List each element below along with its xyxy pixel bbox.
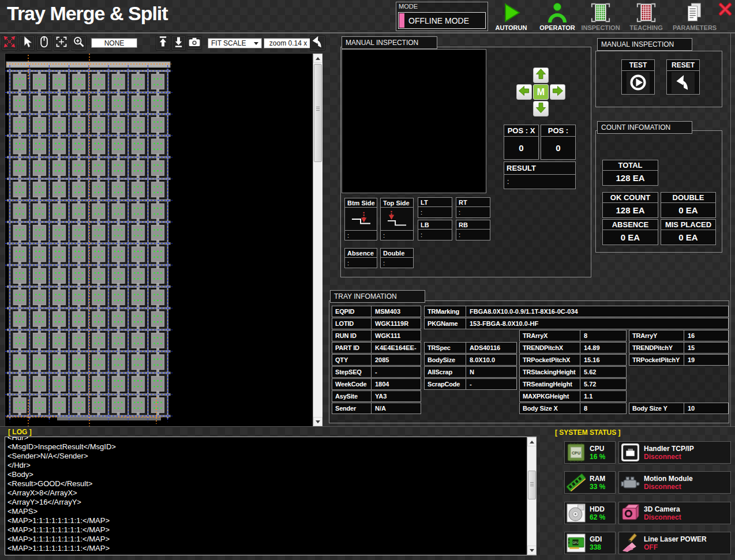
tray-info-value: 15.16 xyxy=(580,355,626,365)
tray-info-value: - xyxy=(372,367,421,377)
mode-value-box: OFFLINE MODE xyxy=(398,12,486,29)
jog-left-button[interactable] xyxy=(516,84,532,100)
tray-info-row: TRMarkingFBGA8.0X10.0-0.9/1.1T-8X16-0C-0… xyxy=(424,306,729,317)
jog-down-button[interactable] xyxy=(533,101,549,116)
jog-right-button[interactable] xyxy=(550,84,565,100)
absence-count-label: ABSENCE xyxy=(602,219,658,230)
log-line: <Sender>N/A</Sender> xyxy=(7,452,524,461)
log-line: <MAP>1:1:1:1:1:1:1:1:</MAP> xyxy=(7,525,524,535)
status-tile-motion-module: Motion ModuleDisconnect xyxy=(618,471,731,494)
scroll-down-arrow[interactable] xyxy=(313,417,322,426)
tray-info-row: TRArryX8 xyxy=(519,330,627,341)
arrow-down-icon xyxy=(172,36,185,50)
tray-info-key: TRPocketPitchY xyxy=(629,355,684,365)
tray-info-row: BodySize8.0X10.0 xyxy=(424,354,517,366)
tray-info-key: PKGName xyxy=(425,318,466,329)
close-button[interactable] xyxy=(717,1,733,17)
camera3d-icon xyxy=(620,503,640,523)
tray-info-key: TRArryX xyxy=(520,330,580,341)
select-tool-button[interactable] xyxy=(19,35,35,51)
tray-info-row: TRSeatingHeight5.72 xyxy=(519,378,627,390)
tray-info-row: TRENDPitchY15 xyxy=(629,342,729,354)
tray-info-row: TRENDPitchX14.89 xyxy=(519,342,627,354)
tray-info-value: 19 xyxy=(684,355,728,365)
tray-info-key: AsySite xyxy=(332,391,372,401)
btm-side-value: : xyxy=(344,231,377,240)
tray-info-value: 8 xyxy=(580,403,626,414)
log-scroll-up-arrow[interactable] xyxy=(527,437,537,446)
jog-center-button[interactable]: M xyxy=(533,84,549,100)
move-to-top-button[interactable] xyxy=(156,35,170,51)
green-arrow-left-icon xyxy=(518,84,531,100)
log-scroll-down-arrow[interactable] xyxy=(527,546,537,555)
tray-info-row: TRArryY16 xyxy=(629,330,729,341)
lt-label: LT xyxy=(418,197,452,207)
rt-cell: RT : xyxy=(456,197,490,218)
tray-info-key: PART ID xyxy=(332,343,372,353)
tray-info-key: TRSpec xyxy=(425,343,466,353)
reset-button[interactable]: RESET xyxy=(666,59,700,95)
log-textarea[interactable]: <Hdr><MsgID>InspectResult</MsgID><Sender… xyxy=(5,437,537,555)
tray-info-row: WeekCode1804 xyxy=(332,378,421,390)
tray-info-key: TRENDPitchX xyxy=(520,343,580,353)
top-side-label: Top Side xyxy=(380,198,414,208)
mouse-tool-button[interactable] xyxy=(36,35,52,51)
log-line: <Body> xyxy=(7,470,524,479)
pointer-reset-button[interactable] xyxy=(310,35,325,51)
zoom-level-field[interactable]: zoom 0.14 x xyxy=(264,38,313,48)
nav-parameters-button[interactable]: PARAMETERS xyxy=(673,1,714,31)
none-dropdown[interactable]: NONE xyxy=(91,38,137,48)
tray-info-row: PART IDK4E4E164EE- xyxy=(332,342,421,354)
cursor-arrow-icon xyxy=(20,35,33,51)
snapshot-button[interactable] xyxy=(187,36,202,50)
status-value: Disconnect xyxy=(644,513,681,521)
scrollbar-thumb[interactable] xyxy=(314,64,322,162)
log-scrollbar-thumb[interactable] xyxy=(528,471,536,499)
teaching-grid-icon xyxy=(625,2,667,24)
parameters-docs-icon xyxy=(673,2,714,24)
move-tool-button[interactable] xyxy=(2,35,17,51)
misplaced-count-label: MIS PLACED xyxy=(661,219,716,230)
double-count-cell: DOUBLE 0 EA xyxy=(661,192,716,218)
rb-value: : xyxy=(456,230,490,240)
pos-x-cell: POS : X 0 xyxy=(504,125,539,160)
arrow-up-icon xyxy=(157,36,169,50)
ok-count-value: 128 EA xyxy=(602,203,658,218)
nav-teaching-label: TEACHING xyxy=(625,24,667,31)
zoom-tool-button[interactable] xyxy=(71,35,87,51)
tray-info-key: RUN ID xyxy=(332,330,372,341)
tray-info-value: 1.1 xyxy=(580,391,626,401)
tray-info-row: TRSpecADS40116 xyxy=(424,342,517,354)
tray-map-canvas[interactable] xyxy=(5,53,322,427)
tray-info-key: Body Size X xyxy=(520,403,580,414)
operator-person-icon xyxy=(537,2,578,24)
status-label: Line Laser POWER xyxy=(644,535,707,543)
tray-info-value: 153-FBGA-8.0X10.0-HF xyxy=(466,318,728,329)
move-to-bottom-button[interactable] xyxy=(171,35,186,51)
nav-operator-button[interactable]: OPERATOR xyxy=(537,1,578,31)
tray-vertical-scrollbar[interactable] xyxy=(313,54,322,426)
test-play-icon xyxy=(621,71,655,95)
status-tile-line-laser-power: Line Laser POWEROFF xyxy=(618,532,731,554)
nav-autorun-button[interactable]: AUTORUN xyxy=(490,1,532,31)
pos-y-cell: POS : 0 xyxy=(541,125,576,160)
manual-inspection-tab: MANUAL INSPECTION xyxy=(342,36,437,49)
center-target-button[interactable] xyxy=(54,35,69,51)
green-arrow-right-icon xyxy=(551,84,564,100)
bottom-divider xyxy=(0,426,735,427)
tray-info-value: 5.62 xyxy=(580,367,626,377)
ok-count-cell: OK COUNT 128 EA xyxy=(602,192,658,218)
ethernet-icon xyxy=(620,442,640,463)
status-value: Disconnect xyxy=(644,453,694,461)
tray-info-value: N xyxy=(466,367,516,377)
log-vertical-scrollbar[interactable] xyxy=(527,437,537,555)
test-button[interactable]: TEST xyxy=(621,59,655,95)
jog-up-button[interactable] xyxy=(533,67,549,83)
nav-inspection-button[interactable]: INSPECTION xyxy=(580,1,621,31)
scroll-up-arrow[interactable] xyxy=(313,54,322,63)
tray-info-key: TRStackingHeight xyxy=(520,367,580,377)
tray-info-value: WGK111 xyxy=(372,330,421,341)
top-side-cell: Top Side : xyxy=(380,198,414,240)
fit-scale-select[interactable]: FIT SCALE xyxy=(208,38,262,48)
nav-teaching-button[interactable]: TEACHING xyxy=(625,1,667,31)
